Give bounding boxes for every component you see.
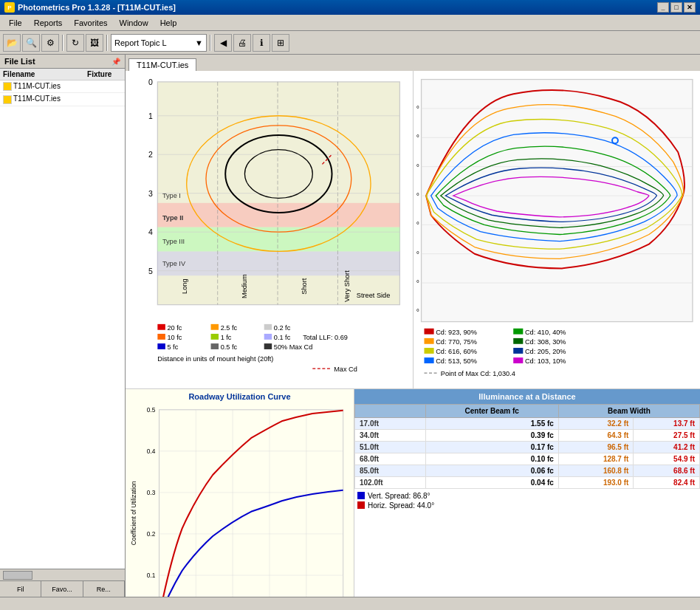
file-row-1[interactable]: T11M-CUT.ies xyxy=(0,80,125,93)
ruc-panel: Roadway Utilization Curve xyxy=(126,389,354,597)
illum-width2-3: 54.9 ft xyxy=(634,453,700,465)
file-icon-2 xyxy=(3,95,12,104)
svg-rect-40 xyxy=(211,334,219,340)
illuminance-title: Illuminance at a Distance xyxy=(354,389,700,404)
maximize-btn[interactable]: □ xyxy=(670,2,682,13)
nav-left-btn[interactable]: ◀ xyxy=(214,34,232,52)
charts-row2: Roadway Utilization Curve xyxy=(126,389,700,597)
menu-file[interactable]: File xyxy=(3,17,28,29)
svg-text:1 fc: 1 fc xyxy=(221,334,232,341)
illum-width1-4: 160.8 ft xyxy=(558,465,633,476)
illum-width1-2: 96.5 ft xyxy=(558,441,633,453)
illum-dist-0: 17.0ft xyxy=(355,417,426,429)
illum-width2-2: 41.2 ft xyxy=(634,441,700,453)
col-filename: Filename xyxy=(0,69,84,80)
illuminance-panel: Illuminance at a Distance Center Beam fc… xyxy=(354,389,700,597)
svg-rect-3 xyxy=(157,251,399,275)
menu-favorites[interactable]: Favorites xyxy=(68,17,113,29)
illum-fc-4: 0.06 fc xyxy=(425,465,558,476)
open-file-btn[interactable]: 📂 xyxy=(3,34,21,52)
illum-width1-1: 64.3 ft xyxy=(558,429,633,441)
illum-fc-2: 0.17 fc xyxy=(425,441,558,453)
toolbar-sep1 xyxy=(62,35,64,51)
svg-rect-38 xyxy=(157,334,165,340)
file-list-table: Filename Fixture T11M-CUT.ies T11M-CUT.i… xyxy=(0,69,125,106)
image-btn[interactable]: 🖼 xyxy=(86,34,103,52)
svg-text:Cd: 616, 60%: Cd: 616, 60% xyxy=(436,348,477,355)
svg-text:4: 4 xyxy=(148,228,153,236)
illum-width1-5: 193.0 ft xyxy=(558,476,633,488)
illum-row-4: 85.0ft 0.06 fc 160.8 ft 68.6 ft xyxy=(355,465,700,476)
scrollbar-thumb xyxy=(3,571,32,580)
svg-rect-42 xyxy=(264,334,272,340)
svg-text:2: 2 xyxy=(148,151,153,159)
svg-text:-80°: -80° xyxy=(416,308,419,316)
illum-row-5: 102.0ft 0.04 fc 193.0 ft 82.4 ft xyxy=(355,476,700,488)
svg-text:50% Max Cd: 50% Max Cd xyxy=(274,343,313,351)
illum-width1-3: 128.7 ft xyxy=(558,453,633,465)
ruc-title: Roadway Utilization Curve xyxy=(128,392,351,401)
info-btn[interactable]: ℹ xyxy=(253,34,270,52)
menu-help[interactable]: Help xyxy=(154,17,183,29)
panel-tab-fil[interactable]: Fil xyxy=(0,581,41,597)
svg-rect-81 xyxy=(513,348,523,354)
svg-text:Cd: 103, 10%: Cd: 103, 10% xyxy=(524,357,566,365)
illum-dist-4: 85.0ft xyxy=(355,465,426,476)
charts-row1: 0 1 2 3 4 5 Type I Type II Type III Type… xyxy=(126,71,700,389)
svg-text:Cd: 410, 40%: Cd: 410, 40% xyxy=(524,329,566,336)
svg-text:5: 5 xyxy=(148,267,153,275)
toolbar-sep3 xyxy=(210,35,211,51)
file-list-title: File List xyxy=(4,57,35,66)
illum-dist-5: 102.0ft xyxy=(355,476,426,488)
svg-text:Very Short: Very Short xyxy=(343,270,351,302)
svg-text:0.4: 0.4 xyxy=(147,448,156,455)
search-btn[interactable]: 🔍 xyxy=(22,34,40,52)
illum-col-beam: Beam Width xyxy=(558,404,699,417)
menu-window[interactable]: Window xyxy=(114,17,154,29)
svg-text:40°: 40° xyxy=(416,134,419,142)
file-row-2[interactable]: T11M-CUT.ies xyxy=(0,93,125,106)
svg-text:0.2: 0.2 xyxy=(147,530,156,538)
polar-panel: 60° 40° 20° 0° -20° -40° -60° -80° xyxy=(414,71,701,388)
svg-rect-2 xyxy=(157,227,399,252)
svg-text:0.1 fc: 0.1 fc xyxy=(274,334,291,341)
svg-text:Total LLF: 0.69: Total LLF: 0.69 xyxy=(303,334,348,341)
settings-btn[interactable]: ⚙ xyxy=(41,34,59,52)
panel-bottom-tabs: Fil Favo... Re... xyxy=(0,580,125,597)
minimize-btn[interactable]: _ xyxy=(657,2,669,13)
svg-rect-36 xyxy=(264,324,272,330)
file-list-scrollbar[interactable] xyxy=(0,569,125,580)
tab-t11m[interactable]: T11M-CUT.ies xyxy=(128,58,196,71)
title-bar: P Photometrics Pro 1.3.28 - [T11M-CUT.ie… xyxy=(0,0,700,15)
illum-fc-1: 0.39 fc xyxy=(425,429,558,441)
menu-reports[interactable]: Reports xyxy=(28,17,69,29)
illum-dist-2: 51.0ft xyxy=(355,441,426,453)
illuminance-footer: Vert. Spread: 86.8° Horiz. Spread: 44.0° xyxy=(354,489,700,513)
panel-tab-favo[interactable]: Favo... xyxy=(41,581,83,597)
refresh-btn[interactable]: ↻ xyxy=(66,34,84,52)
illuminance-table: Center Beam fc Beam Width 17.0ft 1.55 fc… xyxy=(354,404,700,489)
status-bar xyxy=(0,597,700,610)
svg-text:Point of Max Cd: 1,030.4: Point of Max Cd: 1,030.4 xyxy=(440,370,515,377)
svg-text:0°: 0° xyxy=(416,192,419,200)
svg-rect-49 xyxy=(264,343,272,349)
illum-width2-4: 68.6 ft xyxy=(634,465,700,476)
panel-tab-re[interactable]: Re... xyxy=(83,581,125,597)
svg-text:Street Side: Street Side xyxy=(357,292,390,299)
illum-width2-1: 27.5 ft xyxy=(634,429,700,441)
svg-rect-73 xyxy=(513,329,523,335)
svg-rect-47 xyxy=(211,343,219,349)
svg-text:20°: 20° xyxy=(416,163,419,171)
svg-text:0.5 fc: 0.5 fc xyxy=(221,343,238,351)
print-btn[interactable]: 🖨 xyxy=(233,34,251,52)
illum-row-3: 68.0ft 0.10 fc 128.7 ft 54.9 ft xyxy=(355,453,700,465)
report-topic-dropdown[interactable]: Report Topic L ▼ xyxy=(111,34,207,52)
extra-btn[interactable]: ⊞ xyxy=(272,34,289,52)
illum-col-dist xyxy=(355,404,426,417)
svg-text:Medium: Medium xyxy=(241,274,248,298)
vert-spread-text: Vert. Spread: 86.8° xyxy=(368,492,430,500)
app-icon: P xyxy=(4,2,15,13)
svg-text:-40°: -40° xyxy=(416,250,419,258)
close-btn[interactable]: ✕ xyxy=(684,2,696,13)
illum-row-0: 17.0ft 1.55 fc 32.2 ft 13.7 ft xyxy=(355,417,700,429)
